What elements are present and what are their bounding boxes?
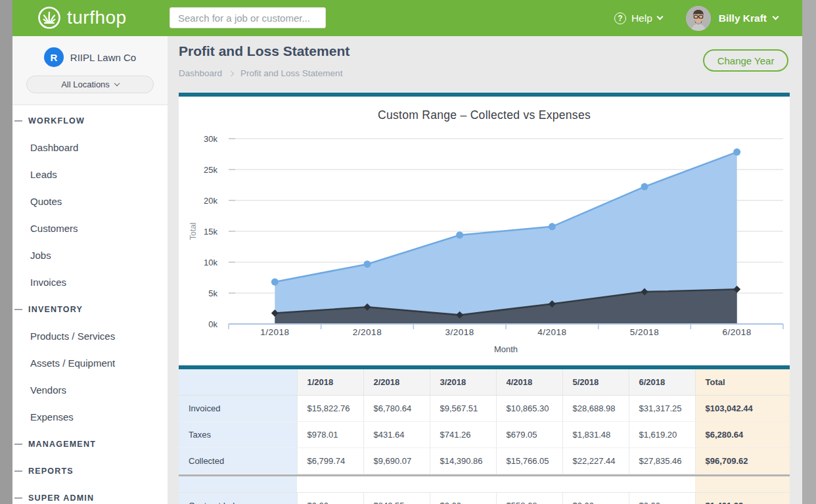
- value-cell: $15,766.05: [496, 447, 562, 474]
- sidebar-section-label: WORKFLOW: [28, 116, 85, 126]
- x-axis-title: Month: [494, 344, 518, 354]
- table-row: Invoiced$15,822.76$6,780.64$9,567.51$10,…: [179, 395, 790, 421]
- value-cell: $6,799.74: [297, 447, 363, 474]
- chevron-down-icon: [114, 81, 120, 86]
- table-header-cell: 1/2018: [297, 369, 363, 395]
- value-cell: $9,567.51: [430, 395, 496, 421]
- sidebar: R RIIPL Lawn Co All Locations WORKFLOWDa…: [12, 36, 168, 504]
- sidebar-menu: WORKFLOWDashboardLeadsQuotesCustomersJob…: [12, 105, 168, 504]
- value-cell: $10,865.30: [496, 395, 562, 421]
- collected-point[interactable]: [641, 183, 648, 191]
- company-switcher[interactable]: R RIIPL Lawn Co: [12, 47, 168, 67]
- value-cell: $28,688.98: [562, 395, 629, 421]
- spacer-cell: [179, 476, 297, 492]
- user-menu-chevron-icon[interactable]: [773, 14, 779, 20]
- table-header-cell: 2/2018: [363, 369, 430, 395]
- y-tick-label: 10k: [204, 258, 217, 267]
- spacer-cell: [695, 476, 790, 492]
- sidebar-item-assets-equipment[interactable]: Assets / Equipment: [12, 350, 168, 377]
- x-tick-label: 6/2018: [723, 327, 752, 337]
- row-label-cell: Contract Labor: [179, 492, 297, 504]
- sidebar-section-label: INVENTORY: [28, 305, 83, 314]
- sidebar-section-management[interactable]: MANAGEMENT: [12, 430, 168, 457]
- change-year-button[interactable]: Change Year: [703, 49, 788, 72]
- sidebar-section-reports[interactable]: REPORTS: [12, 457, 168, 484]
- user-name[interactable]: Billy Kraft: [719, 12, 767, 24]
- grass-logo-icon: [37, 6, 61, 30]
- brand-logo[interactable]: turfhop: [37, 6, 127, 30]
- total-cell: $1,401.23: [695, 492, 790, 504]
- collected-point[interactable]: [733, 149, 740, 156]
- sidebar-item-dashboard[interactable]: Dashboard: [12, 134, 168, 161]
- locations-filter-label: All Locations: [61, 80, 110, 89]
- sidebar-section-super-admin[interactable]: SUPER ADMIN: [12, 484, 168, 504]
- value-cell: $0.00: [297, 492, 363, 504]
- value-cell: $978.01: [297, 421, 363, 447]
- y-tick-label: 30k: [204, 134, 217, 144]
- navbar-right-cluster: ? Help Billy Kraft: [614, 0, 802, 36]
- table-header-cell: 5/2018: [562, 369, 629, 395]
- value-cell: $6,780.64: [363, 395, 430, 421]
- y-axis-title: Total: [189, 223, 198, 240]
- brand-name: turfhop: [67, 6, 127, 30]
- value-cell: $15,822.76: [297, 395, 363, 421]
- table-row: Collected$6,799.74$9,690.07$14,390.86$15…: [179, 447, 790, 474]
- user-avatar[interactable]: [686, 6, 711, 31]
- row-label-cell: Taxes: [179, 421, 297, 447]
- pl-table-card: 1/20182/20183/20184/20185/20186/2018Tota…: [179, 365, 790, 504]
- value-cell: $1,831.48: [562, 421, 629, 447]
- sidebar-item-jobs[interactable]: Jobs: [12, 242, 168, 269]
- sidebar-section-label: SUPER ADMIN: [28, 493, 94, 503]
- collected-point[interactable]: [271, 279, 279, 286]
- sidebar-item-leads[interactable]: Leads: [12, 161, 168, 188]
- dashed-line-icon: [14, 120, 22, 122]
- total-cell: $6,280.64: [695, 421, 790, 447]
- value-cell: $741.26: [430, 421, 496, 447]
- sidebar-item-products-services[interactable]: Products / Services: [12, 323, 168, 350]
- breadcrumb-current: Profit and Loss Statement: [240, 68, 342, 78]
- sidebar-item-customers[interactable]: Customers: [12, 215, 168, 242]
- table-header-cell: Total: [695, 369, 790, 395]
- x-tick-label: 4/2018: [537, 327, 566, 337]
- sidebar-section-workflow[interactable]: WORKFLOW: [12, 107, 168, 134]
- value-cell: $431.64: [363, 421, 430, 447]
- help-menu[interactable]: ? Help: [614, 12, 662, 24]
- scrollbar-track: [802, 0, 816, 504]
- help-label: Help: [631, 12, 652, 24]
- top-navbar: turfhop ? Help Billy Kraft: [12, 0, 802, 36]
- value-cell: $1,619.20: [629, 421, 695, 447]
- collected-point[interactable]: [364, 260, 371, 267]
- avatar-photo: [686, 6, 711, 31]
- sidebar-section-label: MANAGEMENT: [28, 440, 96, 449]
- value-cell: $0.00: [629, 492, 695, 504]
- global-search-input[interactable]: [170, 7, 326, 28]
- x-tick-label: 3/2018: [445, 327, 474, 337]
- value-cell: $14,390.86: [430, 447, 496, 474]
- y-tick-label: 20k: [204, 196, 217, 206]
- breadcrumb-separator-icon: [229, 70, 234, 76]
- collected-point[interactable]: [549, 223, 556, 230]
- dashed-line-icon: [14, 309, 22, 310]
- company-name: RIIPL Lawn Co: [70, 52, 136, 63]
- x-tick-label: 2/2018: [353, 327, 382, 337]
- breadcrumb-dashboard[interactable]: Dashboard: [179, 68, 222, 78]
- sidebar-section-inventory[interactable]: INVENTORY: [12, 296, 168, 323]
- value-cell: $9,690.07: [363, 447, 430, 474]
- locations-filter-dropdown[interactable]: All Locations: [26, 76, 154, 93]
- dashed-line-icon: [14, 444, 22, 445]
- chart-card: 0k5k10k15k20k25k30k1/20182/20183/20184/2…: [179, 93, 790, 365]
- sidebar-item-invoices[interactable]: Invoices: [12, 269, 168, 296]
- sidebar-item-vendors[interactable]: Vendors: [12, 377, 168, 403]
- row-label-cell: Invoiced: [179, 395, 297, 421]
- value-cell: $679.05: [496, 421, 562, 447]
- row-label-header: [179, 369, 297, 395]
- spacer-cell: [297, 476, 695, 492]
- value-cell: $842.55: [363, 492, 430, 504]
- y-tick-label: 5k: [208, 288, 217, 298]
- pl-table: 1/20182/20183/20184/20185/20186/2018Tota…: [179, 369, 790, 504]
- sidebar-item-expenses[interactable]: Expenses: [12, 403, 168, 430]
- value-cell: $558.68: [496, 492, 562, 504]
- value-cell: $27,835.46: [629, 447, 695, 474]
- collected-point[interactable]: [456, 231, 463, 239]
- sidebar-item-quotes[interactable]: Quotes: [12, 188, 168, 215]
